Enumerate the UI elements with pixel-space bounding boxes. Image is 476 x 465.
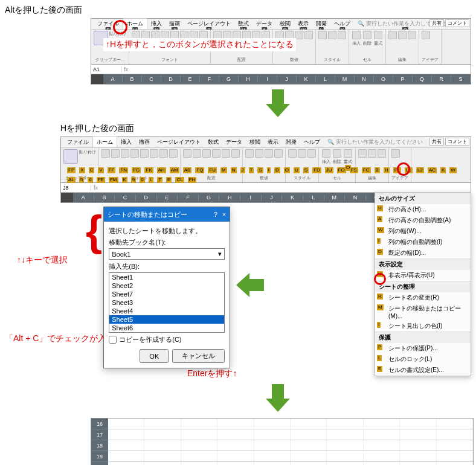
tool-icon[interactable]	[193, 149, 201, 158]
cell[interactable]	[437, 440, 473, 451]
ribbon-tab-a[interactable]: データ	[222, 137, 246, 147]
list-item[interactable]: (末尾へ移動)	[109, 332, 224, 333]
cell[interactable]	[254, 451, 291, 461]
cell[interactable]	[144, 462, 181, 465]
col-header[interactable]: R	[432, 76, 451, 82]
list-item[interactable]: Sheet4	[109, 307, 224, 315]
tool-icon[interactable]	[265, 149, 273, 158]
delete-icon[interactable]	[363, 31, 371, 39]
format-icon[interactable]	[374, 31, 382, 39]
cell[interactable]	[437, 429, 473, 440]
cell[interactable]	[217, 440, 254, 451]
cell[interactable]	[291, 451, 327, 461]
cell[interactable]	[144, 440, 181, 451]
ribbon-tab-l[interactable]: 開発	[282, 137, 300, 147]
col-header[interactable]: C	[115, 194, 136, 200]
col-header[interactable]: C	[142, 76, 161, 82]
tool-icon[interactable]	[338, 31, 346, 39]
ribbon-tab-p[interactable]: ページレイアウト	[153, 137, 204, 147]
cell[interactable]	[108, 440, 144, 451]
comment-button-2[interactable]: コメント	[445, 138, 469, 146]
cell[interactable]	[400, 451, 436, 461]
ribbon-tab-n[interactable]: 挿入	[117, 137, 135, 147]
tool-icon[interactable]	[245, 149, 254, 158]
col-header[interactable]: I	[258, 76, 277, 82]
ribbon-tab-h[interactable]: ホーム	[92, 136, 117, 147]
cancel-button[interactable]: キャンセル	[172, 349, 225, 363]
cell[interactable]	[291, 440, 327, 451]
ok-button[interactable]: OK	[140, 349, 169, 363]
col-header[interactable]: K	[297, 76, 316, 82]
cell[interactable]	[437, 451, 473, 461]
col-header[interactable]: G	[219, 76, 239, 82]
col-header[interactable]: I	[240, 194, 262, 200]
ribbon-tab-y[interactable]: ヘルプ	[300, 137, 324, 147]
help-icon[interactable]: ?	[214, 211, 217, 218]
name-box[interactable]: A1	[91, 66, 121, 72]
tell-me-search[interactable]: 🔍 実行したい作業を入力してください	[324, 137, 426, 147]
cell[interactable]	[108, 418, 144, 429]
share-button-2[interactable]: 共有	[429, 138, 444, 146]
tool-icon[interactable]	[368, 149, 376, 158]
tool-icon[interactable]	[328, 31, 336, 39]
cell[interactable]	[254, 418, 291, 429]
tool-icon[interactable]	[388, 31, 397, 39]
tool-icon[interactable]	[159, 149, 168, 158]
col-header[interactable]: D	[161, 76, 181, 82]
copy-checkbox-row[interactable]: コピーを作成する(C)	[109, 335, 225, 344]
col-header[interactable]: N	[345, 194, 366, 200]
col-header[interactable]: E	[181, 76, 200, 82]
list-item[interactable]: Sheet2	[109, 281, 224, 290]
ribbon-tab-a[interactable]: データA	[252, 19, 276, 29]
cell[interactable]	[364, 440, 400, 451]
cell[interactable]	[108, 429, 144, 440]
cell[interactable]	[144, 429, 181, 440]
tool-icon[interactable]	[358, 149, 367, 158]
tool-icon[interactable]	[130, 149, 139, 158]
ribbon-tab-w[interactable]: 表示	[264, 137, 282, 147]
col-header[interactable]: J	[262, 194, 283, 200]
cell[interactable]	[181, 440, 217, 451]
cell[interactable]	[327, 429, 363, 440]
col-header[interactable]: A	[103, 76, 123, 82]
cell[interactable]	[327, 418, 363, 429]
row-header[interactable]: 16	[91, 418, 108, 429]
tool-icon[interactable]	[398, 31, 407, 39]
ribbon-tab-h[interactable]: ホームH	[123, 18, 147, 29]
cell[interactable]	[327, 451, 363, 461]
tool-icon[interactable]	[169, 149, 178, 158]
ribbon-tab-r[interactable]: 校閲	[246, 137, 264, 147]
col-header[interactable]: G	[199, 194, 220, 200]
col-header[interactable]: P	[393, 76, 413, 82]
ribbon-tab-m[interactable]: 数式M	[234, 19, 252, 29]
ribbon-tab-ji[interactable]: 描画	[135, 137, 153, 147]
select-all-corner[interactable]	[91, 74, 103, 84]
col-header[interactable]: H	[239, 76, 258, 82]
cell[interactable]	[254, 429, 291, 440]
close-icon[interactable]: ×	[222, 211, 226, 218]
row-header[interactable]: 19	[91, 451, 108, 462]
cell[interactable]	[364, 462, 400, 465]
cell[interactable]	[254, 462, 291, 465]
col-header[interactable]: J	[277, 76, 297, 82]
paste-icon[interactable]	[63, 149, 78, 164]
cell[interactable]	[181, 418, 217, 429]
cell[interactable]	[400, 418, 436, 429]
tool-icon[interactable]	[304, 31, 313, 39]
format-icon[interactable]	[344, 149, 352, 158]
tool-icon[interactable]	[212, 149, 220, 158]
cell[interactable]	[364, 429, 400, 440]
tool-icon[interactable]	[307, 149, 316, 158]
ribbon-tab-n[interactable]: 挿入N	[147, 19, 166, 29]
col-header[interactable]: A	[73, 194, 94, 200]
tool-icon[interactable]	[101, 149, 110, 158]
ribbon-tab-l[interactable]: 開発L	[312, 19, 330, 29]
tool-icon[interactable]	[202, 149, 211, 158]
cell[interactable]	[217, 429, 254, 440]
tool-icon[interactable]	[111, 149, 120, 158]
cell[interactable]	[364, 418, 400, 429]
cell[interactable]	[108, 451, 144, 461]
ribbon-tab-f[interactable]: ファイル	[63, 137, 92, 147]
insert-before-listbox[interactable]: Sheet1Sheet2Sheet7Sheet3Sheet4Sheet5Shee…	[109, 272, 225, 333]
col-header[interactable]: B	[123, 76, 142, 82]
